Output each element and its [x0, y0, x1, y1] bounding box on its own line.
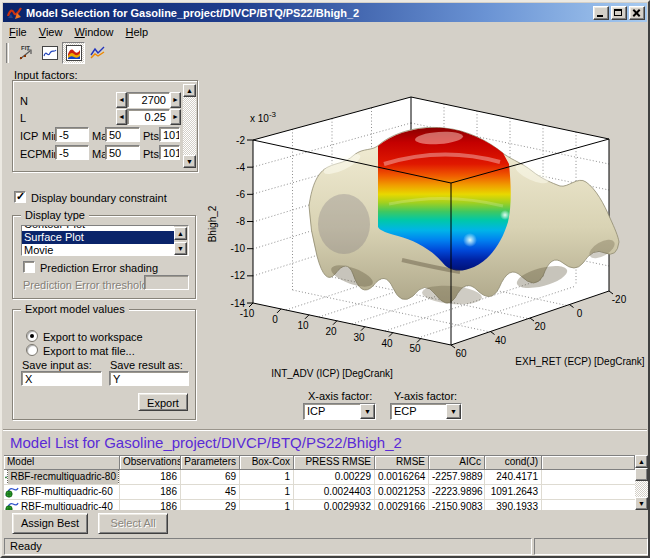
display-type-option[interactable]: Surface Plot [22, 231, 174, 244]
scroll-down-icon[interactable]: ▼ [183, 155, 196, 168]
tick-label: -4 [236, 162, 245, 173]
line-plot-icon[interactable] [86, 42, 109, 64]
model-value-cell: 186 [120, 470, 181, 484]
status-bar-right [534, 538, 648, 555]
chevron-down-icon[interactable]: ▼ [446, 404, 461, 419]
column-header[interactable]: Observations [120, 456, 181, 470]
model-name: RBF-recmultiquadric-80 [8, 470, 118, 484]
export-button[interactable]: Export [138, 393, 188, 411]
window-title: Model Selection for Gasoline_project/DIV… [26, 7, 591, 19]
menu-window[interactable]: Window [68, 24, 119, 40]
x-factor-dropdown[interactable]: ICP ▼ [303, 403, 376, 420]
export-workspace-label: Export to workspace [43, 331, 143, 343]
scrollbar-thumb[interactable] [635, 468, 648, 481]
tick-label: 20 [534, 321, 546, 332]
surface-view-icon[interactable] [62, 42, 85, 64]
model-value-cell: 45 [181, 485, 240, 499]
ecp-pts-field[interactable]: 101 [159, 145, 180, 160]
l-spin-right-icon[interactable]: ► [170, 109, 181, 125]
scroll-up-icon[interactable]: ▲ [183, 84, 196, 97]
save-result-field[interactable]: Y [109, 371, 189, 386]
tick-label: -20 [612, 294, 627, 305]
table-row[interactable]: RBF-recmultiquadric-801866910.002290.001… [4, 470, 635, 485]
tick-label: 10 [297, 320, 309, 331]
y-factor-dropdown[interactable]: ECP ▼ [390, 403, 462, 420]
model-name: RBF-multiquadric-60 [19, 485, 115, 499]
tick-label: -8 [236, 216, 245, 227]
tick-label: 60 [455, 348, 467, 359]
table-row[interactable]: RBF-multiquadric-401862910.00299320.0029… [4, 500, 635, 510]
prediction-error-shading-checkbox[interactable] [23, 261, 35, 273]
menu-help[interactable]: Help [120, 24, 155, 40]
column-header[interactable]: Box-Cox [240, 456, 294, 470]
n-spin-right-icon[interactable]: ► [170, 92, 181, 108]
y-factor-label: Y-axis factor: [394, 390, 457, 402]
icp-min-field[interactable]: -5 [55, 127, 89, 142]
minimize-icon [597, 15, 603, 17]
tick-label: -10 [240, 308, 255, 319]
scroll-up-icon[interactable]: ▲ [635, 455, 648, 468]
save-input-field[interactable]: X [21, 371, 102, 386]
model-list-title: Model List for Gasoline_project/DIVCP/BT… [10, 434, 402, 451]
menu-view[interactable]: View [33, 24, 69, 40]
l-value-field[interactable]: 0.25 [127, 109, 170, 125]
factor-icp-label: ICP [20, 130, 38, 142]
input-factors-scrollbar[interactable]: ▲ ▼ [183, 84, 196, 168]
icp-pts-field[interactable]: 101 [159, 127, 180, 142]
prediction-error-threshold-field [144, 275, 189, 290]
prediction-error-shading-label: Prediction Error shading [40, 262, 158, 274]
display-type-listbox[interactable]: Contour PlotSurface PlotMovie ▲ ▼ [21, 225, 189, 256]
minimize-button[interactable] [593, 6, 609, 20]
maximize-button[interactable] [611, 6, 627, 20]
icp-max-field[interactable]: 50 [105, 127, 140, 142]
chevron-down-icon[interactable]: ▼ [360, 404, 375, 419]
close-button[interactable] [629, 6, 645, 20]
select-all-button[interactable]: Select All [98, 513, 168, 534]
tick-label: -6 [236, 189, 245, 200]
menu-file[interactable]: File [3, 24, 33, 40]
model-value-cell: 240.4171 [485, 470, 542, 484]
model-value-cell: -2223.9896 [429, 485, 485, 499]
model-table-scrollbar[interactable]: ▲ ▼ [635, 455, 649, 510]
model-value-cell: 0.0021253 [375, 485, 429, 499]
model-value-cell: 1 [240, 470, 294, 484]
model-value-cell: 1 [240, 485, 294, 499]
ecp-max-field[interactable]: 50 [105, 145, 140, 160]
scroll-down-icon[interactable]: ▼ [174, 242, 187, 255]
column-header[interactable]: RMSE [375, 456, 429, 470]
z-axis-ticks: -2-4-6-8-10-12-14 [231, 135, 253, 309]
scroll-down-icon[interactable]: ▼ [635, 497, 648, 510]
column-header[interactable]: Model [4, 456, 120, 470]
response-plot-icon[interactable] [38, 42, 61, 64]
model-value-cell: 0.00229 [294, 470, 375, 484]
fit-model-icon[interactable]: FIT [14, 42, 37, 64]
n-spin-left-icon[interactable]: ◄ [116, 92, 127, 108]
model-value-cell: 186 [120, 485, 181, 499]
display-type-option[interactable]: Movie [22, 244, 174, 256]
app-icon [7, 5, 22, 20]
listbox-scrollbar[interactable]: ▲ ▼ [174, 226, 188, 255]
model-filler-cell [542, 485, 635, 499]
column-header[interactable]: Parameters [181, 456, 240, 470]
tick-label: -10 [231, 243, 246, 254]
assign-best-button[interactable]: Assign Best [12, 513, 88, 534]
ecp-min-field[interactable]: -5 [55, 145, 89, 160]
column-header[interactable]: cond(J) [485, 456, 542, 470]
model-name: RBF-multiquadric-40 [19, 500, 115, 510]
factor-ecp-label: ECP [20, 148, 43, 160]
l-spin-left-icon[interactable]: ◄ [116, 109, 127, 125]
column-header[interactable]: PRESS RMSE [294, 456, 375, 470]
export-matfile-radio[interactable] [26, 344, 38, 356]
save-input-label: Save input as: [22, 359, 92, 371]
model-value-cell: 69 [181, 470, 240, 484]
n-value-field[interactable]: 2700 [127, 92, 170, 108]
export-workspace-radio[interactable] [26, 330, 38, 342]
display-boundary-checkbox[interactable]: ✓ [14, 191, 26, 203]
table-row[interactable]: RBF-multiquadric-601864510.00244030.0021… [4, 485, 635, 500]
model-filler-cell [542, 470, 635, 484]
model-list-section: Model List for Gasoline_project/DIVCP/BT… [3, 429, 647, 509]
surface-plot[interactable]: -2-4-6-8-10-12-14 -1001020304050 6040200… [202, 64, 650, 428]
tick-label: 20 [325, 326, 337, 337]
scroll-up-icon[interactable]: ▲ [174, 227, 187, 240]
column-header[interactable]: AICc [429, 456, 485, 470]
